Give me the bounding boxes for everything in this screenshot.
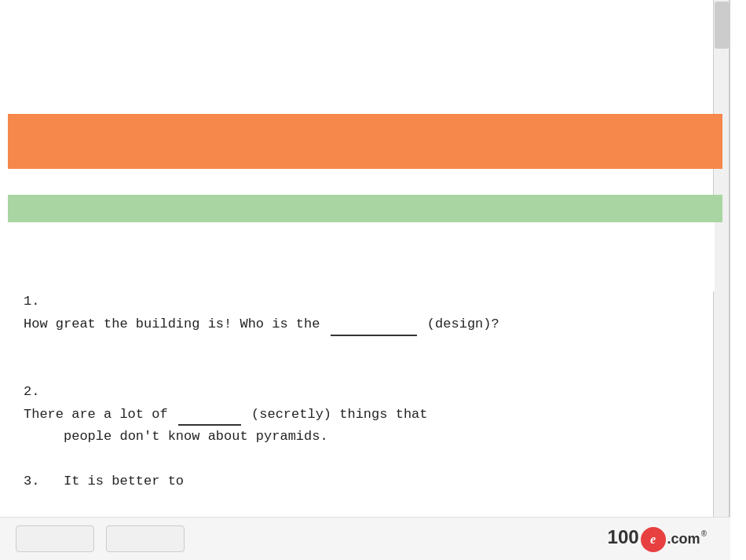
question-2: 2. There are a lot of (secretly) things … bbox=[24, 381, 707, 449]
logo-area: 100e.com® bbox=[608, 526, 707, 552]
q1-text-before: How great the building is! Who is the bbox=[24, 317, 328, 331]
button-1[interactable] bbox=[16, 525, 94, 552]
orange-bar bbox=[8, 114, 722, 169]
scrollbar[interactable] bbox=[713, 0, 729, 560]
q2-second-line: people don't know about pyramids. bbox=[64, 429, 328, 444]
logo-100: 100 bbox=[608, 526, 639, 547]
main-container: 1. How great the building is! Who is the… bbox=[0, 0, 730, 560]
q3-text: It is better to ___________ bbox=[24, 474, 184, 492]
question-1-number: 1. bbox=[24, 291, 43, 313]
scrollbar-thumb bbox=[715, 2, 729, 49]
question-1: 1. How great the building is! Who is the… bbox=[24, 291, 707, 359]
logo-e-circle: e bbox=[641, 527, 666, 552]
question-2-number: 2. bbox=[24, 381, 43, 404]
q1-blank bbox=[331, 320, 417, 336]
bottom-bar: 100e.com® bbox=[0, 517, 730, 560]
button-2[interactable] bbox=[106, 525, 185, 552]
green-bar bbox=[8, 195, 722, 222]
question-2-text: There are a lot of (secretly) things tha… bbox=[24, 404, 683, 449]
logo-text: 100e.com® bbox=[608, 526, 707, 552]
q2-blank bbox=[178, 410, 241, 426]
logo-registered: ® bbox=[701, 529, 707, 538]
q1-hint: (design)? bbox=[419, 317, 499, 331]
q2-text-before: There are a lot of bbox=[24, 407, 176, 422]
q3-number: 3. bbox=[24, 474, 39, 489]
content-area: 1. How great the building is! Who is the… bbox=[24, 291, 707, 492]
logo-com: .com bbox=[667, 531, 700, 547]
top-whitespace bbox=[0, 0, 729, 114]
mid-whitespace bbox=[0, 222, 715, 291]
question-3-partial: 3. It is better to ___________ (late) bbox=[24, 470, 707, 492]
question-1-text: How great the building is! Who is the (d… bbox=[24, 313, 683, 359]
q2-hint: (secretly) things that bbox=[243, 407, 428, 422]
